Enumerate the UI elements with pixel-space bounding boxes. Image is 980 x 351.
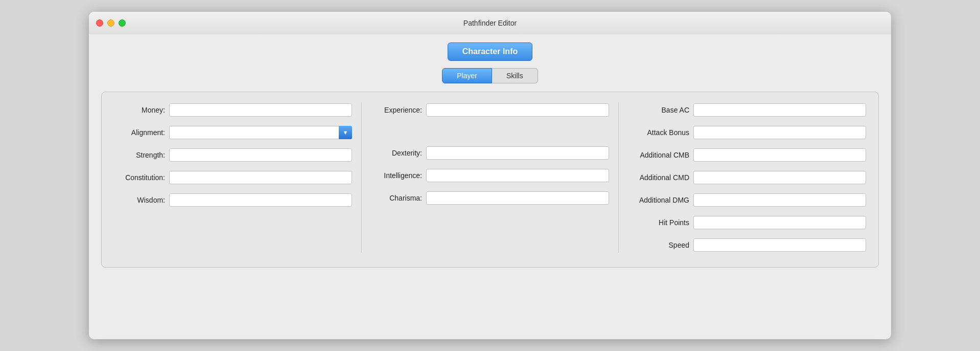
attack-bonus-row: Attack Bonus xyxy=(628,125,866,140)
additional-cmb-input[interactable] xyxy=(693,148,866,162)
col1: Money: Alignment: Lawful Good Neutral Go… xyxy=(114,102,352,253)
tab-skills[interactable]: Skills xyxy=(492,68,538,83)
alignment-select[interactable]: Lawful Good Neutral Good Chaotic Good La… xyxy=(169,126,352,139)
additional-dmg-label: Additional DMG xyxy=(628,196,689,204)
dexterity-input[interactable] xyxy=(426,146,609,160)
wisdom-row: Wisdom: xyxy=(114,192,352,208)
strength-row: Strength: xyxy=(114,147,352,163)
constitution-input[interactable] xyxy=(169,171,352,184)
charisma-label: Charisma: xyxy=(371,194,422,202)
additional-cmb-row: Additional CMB xyxy=(628,147,866,163)
tabs-row: Player Skills xyxy=(442,68,538,83)
main-window: Pathfinder Editor Character Info Player … xyxy=(89,12,891,339)
experience-row: Experience: xyxy=(371,102,609,118)
tab-player[interactable]: Player xyxy=(442,68,492,83)
maximize-button[interactable] xyxy=(119,19,126,27)
money-row: Money: xyxy=(114,102,352,118)
hit-points-label: Hit Points xyxy=(628,218,689,227)
form-columns: Money: Alignment: Lawful Good Neutral Go… xyxy=(114,102,866,253)
wisdom-label: Wisdom: xyxy=(114,196,165,204)
character-info-button[interactable]: Character Info xyxy=(448,42,532,61)
additional-cmd-label: Additional CMD xyxy=(628,173,689,182)
experience-input[interactable] xyxy=(426,103,609,117)
additional-cmd-input[interactable] xyxy=(693,171,866,184)
sep1 xyxy=(361,102,362,253)
col3: Base AC Attack Bonus Additional CMB xyxy=(628,102,866,253)
additional-cmb-label: Additional CMB xyxy=(628,151,689,159)
charisma-input[interactable] xyxy=(426,191,609,205)
window-title: Pathfinder Editor xyxy=(463,19,517,27)
col2: Experience: Dexterity: Intelligence: xyxy=(371,102,609,253)
titlebar: Pathfinder Editor xyxy=(89,12,891,34)
form-panel: Money: Alignment: Lawful Good Neutral Go… xyxy=(101,92,879,268)
money-label: Money: xyxy=(114,106,165,114)
col2-spacer xyxy=(371,125,609,138)
minimize-button[interactable] xyxy=(107,19,114,27)
additional-cmd-row: Additional CMD xyxy=(628,170,866,185)
speed-row: Speed xyxy=(628,237,866,253)
attack-bonus-input[interactable] xyxy=(693,126,866,139)
charisma-row: Charisma: xyxy=(371,190,609,206)
speed-label: Speed xyxy=(628,241,689,249)
sep2 xyxy=(618,102,619,253)
hit-points-row: Hit Points xyxy=(628,215,866,230)
base-ac-row: Base AC xyxy=(628,102,866,118)
intelligence-label: Intelligence: xyxy=(371,171,422,180)
hit-points-input[interactable] xyxy=(693,216,866,229)
constitution-label: Constitution: xyxy=(114,173,165,182)
base-ac-input[interactable] xyxy=(693,103,866,117)
attack-bonus-label: Attack Bonus xyxy=(628,128,689,137)
money-input[interactable] xyxy=(169,103,352,117)
additional-dmg-row: Additional DMG xyxy=(628,192,866,208)
strength-label: Strength: xyxy=(114,151,165,159)
alignment-select-wrapper: Lawful Good Neutral Good Chaotic Good La… xyxy=(169,126,352,139)
strength-input[interactable] xyxy=(169,148,352,162)
content-area: Character Info Player Skills Money: Alig… xyxy=(89,34,891,339)
additional-dmg-input[interactable] xyxy=(693,193,866,207)
experience-label: Experience: xyxy=(371,106,422,114)
dexterity-label: Dexterity: xyxy=(371,149,422,157)
constitution-row: Constitution: xyxy=(114,170,352,185)
window-controls xyxy=(96,19,126,27)
close-button[interactable] xyxy=(96,19,103,27)
wisdom-input[interactable] xyxy=(169,193,352,207)
dexterity-row: Dexterity: xyxy=(371,145,609,161)
intelligence-input[interactable] xyxy=(426,169,609,182)
alignment-label: Alignment: xyxy=(114,128,165,137)
intelligence-row: Intelligence: xyxy=(371,168,609,183)
base-ac-label: Base AC xyxy=(628,106,689,114)
alignment-row: Alignment: Lawful Good Neutral Good Chao… xyxy=(114,125,352,140)
speed-input[interactable] xyxy=(693,238,866,252)
